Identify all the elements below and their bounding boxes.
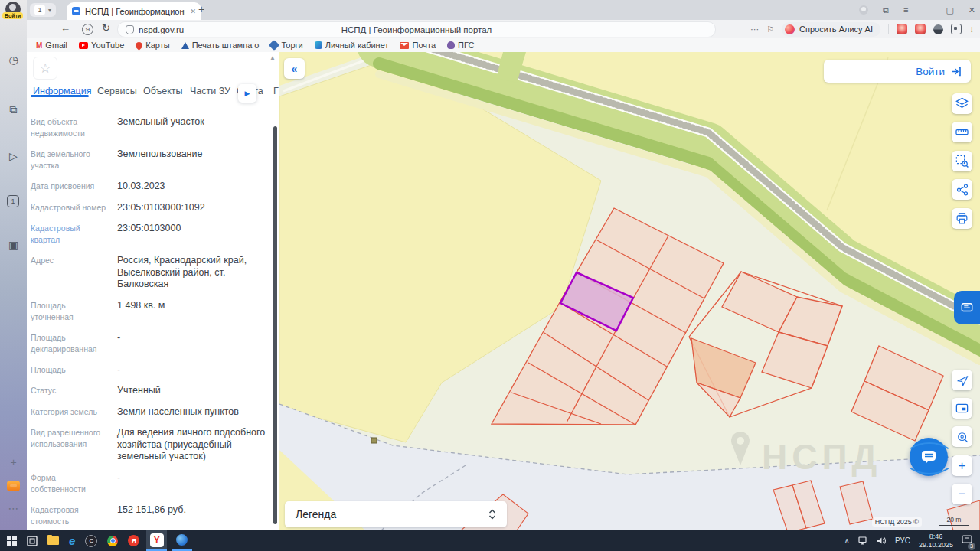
overview-map-button[interactable] (952, 398, 972, 419)
task-view-button[interactable] (27, 536, 38, 546)
internet-explorer-button[interactable]: e (69, 535, 75, 546)
map-building-marker[interactable] (371, 438, 377, 443)
bookmarks-bar: MGmail YouTube Карты Печать штампа о Тор… (27, 38, 980, 53)
screenshot-icon[interactable]: ▣ (0, 239, 27, 251)
back-button[interactable]: ← (60, 22, 70, 34)
rail-more-icon[interactable]: ⋯ (0, 502, 27, 514)
blue-app-icon (176, 534, 188, 546)
tab-next-partial[interactable]: Г (273, 86, 279, 96)
print-button[interactable] (952, 208, 972, 229)
divider (888, 24, 889, 34)
sort-chevrons-icon (488, 508, 496, 520)
alice-icon (785, 24, 795, 34)
clock[interactable]: 8:46 29.10.2025 (919, 533, 953, 549)
add-panel-icon[interactable]: + (0, 456, 27, 468)
map-canvas[interactable]: НСПД « Войти (279, 52, 980, 530)
menu-icon[interactable]: ≡ (903, 5, 908, 15)
restore-button[interactable]: ▢ (946, 5, 953, 15)
bookmark-pgs[interactable]: ПГС (447, 41, 474, 50)
tab-group[interactable]: 1 ▾ (30, 3, 56, 17)
my-location-button[interactable] (952, 370, 972, 390)
running-app-button[interactable] (172, 530, 192, 551)
cadastral-quarter-link[interactable]: Кадастровый квартал (31, 223, 110, 246)
bookmark-youtube[interactable]: YouTube (79, 41, 124, 50)
field-row: Вид объекта недвижимостиЗемельный участо… (31, 116, 267, 139)
language-indicator[interactable]: РУС (895, 536, 910, 545)
windows-icon (7, 536, 17, 546)
extensions-icon[interactable] (951, 24, 962, 34)
bookmark-mail[interactable]: Почта (400, 41, 436, 50)
layers-button[interactable] (952, 93, 972, 114)
share-button[interactable] (952, 179, 972, 200)
start-button[interactable] (7, 536, 17, 546)
minimize-button[interactable]: — (923, 5, 931, 15)
cadastral-map[interactable]: НСПД (279, 52, 980, 530)
ask-alice-button[interactable]: Спросить Алису AI (782, 22, 880, 37)
bookmark-maps[interactable]: Карты (136, 41, 169, 50)
bookmark-gmail[interactable]: MGmail (36, 41, 67, 50)
feed-icon[interactable]: ⧉ (0, 103, 27, 116)
close-button[interactable]: ✕ (969, 5, 975, 15)
tabs-counter-icon[interactable]: 1 (7, 195, 19, 207)
feedback-side-tab[interactable] (954, 291, 980, 324)
chrome-icon (107, 536, 118, 546)
history-icon[interactable]: ◷ (0, 54, 27, 66)
select-area-button[interactable] (952, 151, 972, 171)
measure-button[interactable] (952, 122, 972, 142)
app-icon: C (85, 535, 97, 547)
tray-expand-icon[interactable]: ∧ (844, 536, 850, 545)
legend-toggle[interactable]: Легенда (285, 501, 507, 527)
tab-close-icon[interactable]: ✕ (190, 8, 196, 15)
tab-objects[interactable]: Объекты (143, 86, 183, 96)
side-panels-icon[interactable]: ⧉ (883, 5, 889, 15)
panel-scrollbar[interactable] (273, 126, 277, 524)
chrome-button[interactable] (107, 536, 118, 546)
ruler-icon (955, 125, 969, 139)
profile-avatar[interactable] (859, 5, 868, 15)
collapse-panel-button[interactable]: « (284, 58, 305, 79)
browser-side-rail: Войти ◷ ⧉ ▷ 1 ▣ + ⋯ (0, 0, 27, 530)
scroll-up-icon[interactable]: ▲ (270, 54, 276, 61)
yandex-app-button[interactable]: Я (128, 535, 139, 546)
network-icon[interactable] (858, 536, 868, 545)
app-button[interactable]: C (85, 535, 97, 547)
field-row: АдресРоссия, Краснодарский край, Выселко… (31, 255, 267, 291)
address-bar[interactable]: nspd.gov.ru НСПД | Геоинформационный пор… (117, 21, 716, 37)
tab-group-count: 1 (34, 5, 45, 15)
field-row: Кадастровая стоимость152 151,86 руб. (31, 504, 267, 527)
extension-icon[interactable] (933, 24, 943, 34)
browser-tab[interactable]: НСПД | Геоинформационный портал ✕ (67, 2, 201, 20)
yandex-services-icon[interactable] (7, 481, 20, 491)
tabs-scroll-right-button[interactable]: ▶ (238, 84, 256, 103)
login-badge[interactable]: Войти (2, 12, 23, 19)
bookmark-torgi[interactable]: Торги (270, 41, 302, 50)
tab-parcel-parts[interactable]: Части ЗУ (190, 86, 230, 96)
zoom-out-button[interactable]: − (952, 484, 972, 504)
field-row: Площадь декларированная- (31, 332, 267, 355)
legend-label: Легенда (296, 508, 336, 520)
new-tab-button[interactable]: + (198, 3, 204, 15)
extension-icon[interactable] (915, 24, 926, 34)
bookmark-stamp[interactable]: Печать штампа о (181, 41, 260, 50)
search-location-button[interactable] (952, 426, 972, 447)
action-center-button[interactable]: 3 (962, 534, 972, 548)
volume-icon[interactable] (877, 536, 887, 545)
field-row: Вид разрешенного использованияДля ведени… (31, 427, 267, 463)
favorite-star-icon[interactable]: ☆ (33, 57, 57, 80)
yandex-browser-button-active[interactable]: Y (146, 530, 167, 551)
yandex-icon: Я (128, 535, 139, 546)
video-icon[interactable]: ▷ (0, 150, 27, 162)
zoom-in-button[interactable]: + (952, 455, 972, 476)
file-explorer-button[interactable] (47, 536, 59, 545)
yandex-search-icon[interactable]: Я (82, 24, 93, 35)
extension-icon[interactable] (897, 24, 907, 34)
reload-button[interactable]: ↻ (102, 22, 110, 34)
bookmark-flag-icon[interactable]: ⚐ (766, 24, 774, 34)
chat-assistant-button[interactable] (910, 438, 948, 476)
downloads-icon[interactable]: ↓ (969, 24, 974, 34)
tab-services[interactable]: Сервисы (97, 86, 137, 96)
bookmark-account[interactable]: Личный кабинет (315, 41, 389, 50)
map-login-button[interactable]: Войти (824, 60, 971, 83)
more-icon[interactable]: ⋯ (750, 24, 759, 34)
site-badge-icon[interactable] (126, 25, 134, 34)
